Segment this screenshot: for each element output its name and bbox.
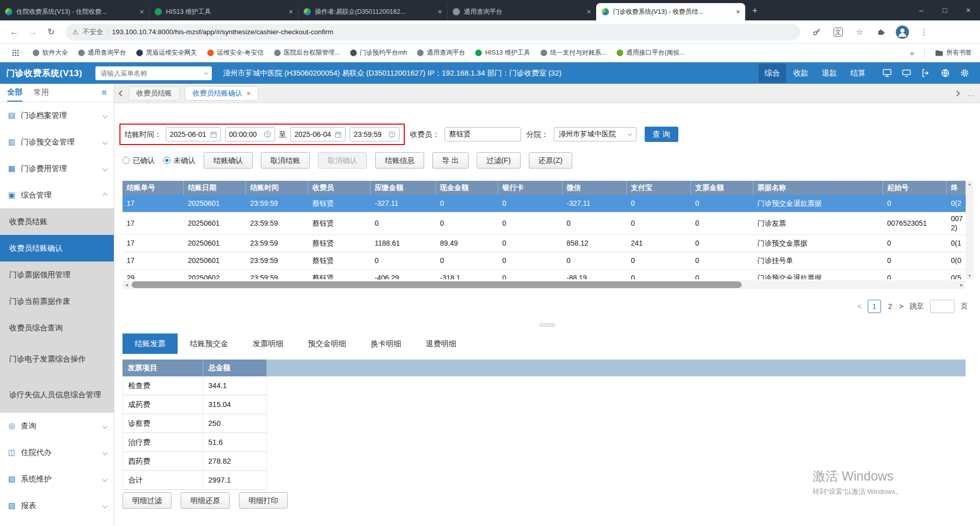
profile-avatar[interactable]	[895, 25, 910, 39]
column-header[interactable]: 票据名称	[753, 181, 883, 195]
workspace-tab-cashier-checkout[interactable]: 收费员结账	[129, 86, 180, 101]
scroll-up-icon[interactable]: ▲	[968, 182, 972, 186]
screen-broadcast-icon[interactable]	[882, 68, 892, 78]
radio-confirmed[interactable]: 已确认	[122, 156, 155, 165]
column-header[interactable]: 起始号	[883, 181, 947, 195]
column-header[interactable]: 终	[947, 181, 966, 195]
table-row[interactable]: 172025060123:59:59蔡钰贤000000门诊挂号单00(0	[122, 252, 966, 270]
nav-item-synthesize[interactable]: 综合	[758, 64, 786, 83]
tab-close-icon[interactable]: ×	[587, 8, 591, 16]
browser-tab-query-platform[interactable]: 通用查询平台 ×	[447, 3, 596, 20]
bookmark-item[interactable]: 软件大全	[33, 49, 68, 57]
column-header[interactable]: 银行卡	[498, 181, 562, 195]
sidebar-subitem-receipt-issue[interactable]: 门诊票据领用管理	[0, 261, 114, 288]
tab-scroll-right-icon[interactable]	[954, 90, 960, 96]
column-header[interactable]: 结账单号	[122, 181, 184, 195]
translate-icon[interactable]: 文	[831, 25, 845, 39]
detail-filter-button[interactable]: 明细过滤	[122, 492, 172, 509]
detail-tab-refund-detail[interactable]: 退费明细	[413, 333, 469, 354]
bookmark-item[interactable]: 通用查询平台	[417, 49, 465, 57]
column-header[interactable]: 支付宝	[627, 181, 691, 195]
bookmark-item[interactable]: 统一支付与对账系...	[541, 49, 606, 57]
minimize-button[interactable]: –	[910, 0, 933, 20]
sidebar-subitem-cashier-checkout-confirm[interactable]: 收费员结账确认	[0, 235, 114, 261]
radio-icon-selected[interactable]	[163, 157, 170, 164]
horizontal-scrollbar[interactable]: ◄ ►	[122, 280, 966, 289]
column-header[interactable]: 现金金额	[436, 181, 498, 195]
table-row[interactable]: 172025060123:59:59蔡钰贤000000门诊发票007652305…	[122, 212, 966, 235]
nav-item-settle[interactable]: 结算	[844, 64, 872, 83]
tab-close-icon[interactable]: ×	[736, 8, 740, 16]
cancel-confirm-button[interactable]: 取消确认	[318, 152, 367, 169]
browser-tab-outpatient-system-active[interactable]: 门诊收费系统(V13) - 收费员结... ×	[596, 3, 745, 20]
detail-tab-card-swap-detail[interactable]: 换卡明细	[358, 333, 413, 354]
cancel-checkout-button[interactable]: 取消结账	[261, 152, 310, 169]
sidebar-subitem-einvoice-ops[interactable]: 门诊电子发票综合操作	[0, 341, 114, 377]
tab-more-icon[interactable]: …	[967, 89, 975, 98]
vertical-scrollbar[interactable]: ▲ ▼	[966, 181, 973, 279]
bookmark-item[interactable]: 通用接口平台(闽侯...	[617, 49, 685, 57]
browser-tab-operator[interactable]: 操作者:易联众(D35011200162... ×	[298, 3, 447, 20]
bookmark-item[interactable]: 黑盾运维安全网关	[136, 49, 197, 57]
page-2[interactable]: 2	[887, 302, 893, 310]
page-1-current[interactable]: 1	[868, 300, 881, 313]
globe-icon[interactable]	[940, 68, 950, 78]
scroll-left-icon[interactable]: ◄	[122, 282, 131, 288]
menu-search-box[interactable]	[95, 66, 212, 80]
sidebar-item-inpatient-agency[interactable]: ◫ 住院代办	[0, 439, 114, 466]
sidebar-subitem-dishonest-info[interactable]: 诊疗失信人员信息综合管理	[0, 377, 114, 413]
radio-icon[interactable]	[122, 157, 130, 164]
sidebar-item-reports[interactable]: ▨ 报表	[0, 492, 114, 519]
bookmark-item[interactable]: 门诊预约平台mh	[350, 49, 407, 57]
password-key-icon[interactable]	[810, 25, 824, 39]
settings-gear-icon[interactable]	[960, 68, 970, 78]
column-header[interactable]: 应缴金额	[371, 181, 436, 195]
next-page-icon[interactable]: >	[899, 302, 903, 310]
bookmarks-overflow-icon[interactable]: »	[910, 49, 914, 57]
radio-unconfirmed[interactable]: 未确认	[163, 156, 196, 165]
time-from-input[interactable]: 00:00:00	[225, 127, 275, 141]
sidebar-subitem-cashier-checkout[interactable]: 收费员结账	[0, 208, 114, 235]
sidebar-item-archives[interactable]: ▤ 门诊档案管理	[0, 102, 114, 129]
bookmark-item[interactable]: HIS13 维护工具	[475, 49, 530, 57]
column-header[interactable]: 结账日期	[184, 181, 246, 195]
tab-close-icon[interactable]: ×	[438, 8, 442, 16]
scrollbar-thumb[interactable]	[132, 281, 742, 288]
sidebar-item-query[interactable]: ◎ 查询	[0, 413, 114, 439]
bookmark-item[interactable]: 医院后台权限管理...	[274, 49, 340, 57]
nav-item-collect[interactable]: 收款	[787, 64, 815, 83]
export-button[interactable]: 导 出	[432, 152, 469, 169]
time-to-input[interactable]: 23:59:59	[350, 127, 400, 141]
sidebar-tab-all[interactable]: 全部	[7, 84, 22, 102]
monitor-icon[interactable]	[901, 68, 912, 78]
detail-restore-button[interactable]: 明细还原	[181, 492, 230, 509]
panel-splitter[interactable]	[114, 322, 980, 328]
tab-close-icon[interactable]: ×	[247, 89, 251, 98]
back-button[interactable]: ←	[6, 24, 22, 40]
forward-button[interactable]: →	[24, 24, 41, 40]
splitter-grip[interactable]	[540, 323, 555, 327]
sidebar-tab-frequent[interactable]: 常用	[34, 84, 49, 102]
tab-scroll-left-icon[interactable]	[118, 90, 124, 96]
detail-tab-checkout-prepaid[interactable]: 结账预交金	[178, 333, 240, 354]
scroll-right-icon[interactable]: ►	[958, 282, 966, 288]
sidebar-item-prepaid[interactable]: ▥ 门诊预交金管理	[0, 129, 114, 155]
scroll-down-icon[interactable]: ▼	[968, 274, 972, 278]
table-row[interactable]: 292025060223:59:59蔡钰贤-406.29-318.10-88.1…	[122, 270, 966, 279]
column-header[interactable]: 微信	[562, 181, 627, 195]
apps-grid-icon[interactable]	[8, 46, 22, 60]
maximize-button[interactable]: □	[933, 0, 957, 20]
table-row[interactable]: 172025060123:59:59蔡钰贤1188.6189.490858.12…	[122, 235, 966, 252]
tab-close-icon[interactable]: ×	[289, 8, 293, 16]
sidebar-item-system-maintenance[interactable]: ▧ 系统维护	[0, 466, 114, 492]
new-tab-button[interactable]: +	[747, 3, 763, 18]
restore-button[interactable]: 还原(Z)	[529, 152, 573, 169]
all-bookmarks-button[interactable]: 所有书签	[935, 49, 972, 57]
address-bar[interactable]: ⚠ 不安全 193.100.10.74:8000/his-mzsf/app/#/…	[65, 24, 800, 40]
cashier-input[interactable]	[445, 127, 521, 141]
query-button[interactable]: 查 询	[645, 127, 678, 142]
prev-page-icon[interactable]: <	[857, 302, 862, 310]
checkout-info-button[interactable]: 结账信息	[375, 152, 424, 169]
date-to-input[interactable]: 2025-06-04	[290, 127, 346, 141]
scrollbar-track[interactable]	[131, 280, 958, 289]
